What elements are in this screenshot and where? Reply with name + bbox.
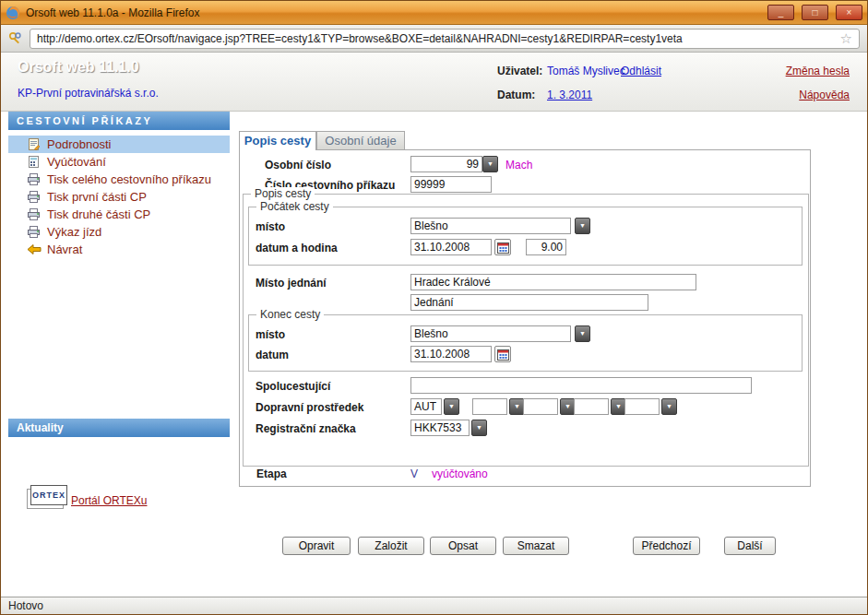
sidebar-item-label: Návrat <box>47 242 82 256</box>
tab-popis-cesty[interactable]: Popis cesty <box>239 131 316 150</box>
transport-extra-input[interactable] <box>624 398 660 415</box>
page-content: CESTOVNÍ PŘÍKAZY Podrobnosti Vyúčtování … <box>1 112 867 597</box>
status-bar: Hotovo <box>1 597 867 614</box>
end-place-dropdown[interactable]: ▼ <box>575 325 590 342</box>
window-titlebar: Orsoft web 11.1.0a - Mozilla Firefox _ □… <box>1 1 867 25</box>
personal-number-name: Mach <box>505 159 532 171</box>
plate-dropdown[interactable]: ▼ <box>471 420 487 436</box>
sidebar-item-label: Vyúčtování <box>47 155 106 169</box>
url-bar[interactable]: http://demo.ortex.cz/EOrsoft/navigace.js… <box>30 29 860 49</box>
sidebar-item-vyuctovani[interactable]: Vyúčtování <box>8 153 230 171</box>
stage-label: Etapa <box>256 467 287 480</box>
create-button[interactable]: Založit <box>358 537 424 555</box>
tab-osobni-udaje[interactable]: Osobní údaje <box>316 131 405 149</box>
sidebar-item-tisk-prvni[interactable]: Tisk první části CP <box>8 188 230 206</box>
end-place-label: místo <box>256 328 285 341</box>
printer-icon <box>27 225 42 239</box>
firefox-icon <box>6 6 20 20</box>
sidebar-item-vykaz-jizd[interactable]: Výkaz jízd <box>8 223 230 241</box>
companions-input[interactable] <box>410 377 752 394</box>
companions-label: Spolucestující <box>256 380 330 393</box>
status-text: Hotovo <box>8 599 43 612</box>
start-time-input[interactable] <box>526 239 566 255</box>
sidebar-item-label: Výkaz jízd <box>47 225 101 239</box>
close-button[interactable]: × <box>836 5 862 20</box>
stage-value: V <box>410 467 418 480</box>
window-title: Orsoft web 11.1.0a - Mozilla Firefox <box>26 6 760 19</box>
trip-start-fieldset: Počátek cesty <box>248 207 803 266</box>
end-date-label: datum <box>256 349 289 361</box>
start-place-label: místo <box>256 220 285 233</box>
transport-extra-input[interactable] <box>574 398 609 415</box>
copy-button[interactable]: Opsat <box>430 537 496 555</box>
sidebar-item-label: Podrobnosti <box>47 137 111 151</box>
news-section-title: Aktuality <box>8 419 230 437</box>
plate-label: Registrační značka <box>256 422 356 435</box>
end-date-calendar-button[interactable] <box>494 346 511 362</box>
maximize-button[interactable]: □ <box>802 5 828 20</box>
date-label: Datum: <box>497 89 535 101</box>
printer-icon <box>27 172 42 186</box>
note-icon <box>27 137 42 151</box>
start-date-calendar-button[interactable] <box>494 239 511 255</box>
user-name: Tomáš Myslivec <box>547 65 625 77</box>
transport-input[interactable] <box>410 398 442 415</box>
sidebar-item-podrobnosti[interactable]: Podrobnosti <box>8 136 230 153</box>
start-place-dropdown[interactable]: ▼ <box>575 218 590 234</box>
meeting-purpose-input[interactable] <box>410 294 648 311</box>
help-link[interactable]: Nápověda <box>799 89 850 101</box>
transport-dropdown[interactable]: ▼ <box>444 398 459 415</box>
transport-label: Dopravní prostředek <box>256 401 363 414</box>
delete-button[interactable]: Smazat <box>503 537 569 555</box>
end-place-input[interactable] <box>410 325 571 342</box>
change-password-link[interactable]: Změna hesla <box>786 65 850 77</box>
trip-detail-panel: Osobní číslo ▼ Mach Číslo cestovního pří… <box>239 149 811 487</box>
date-link[interactable]: 1. 3.2011 <box>547 89 592 101</box>
edit-button[interactable]: Opravit <box>282 537 351 555</box>
sidebar-item-navrat[interactable]: Návrat <box>8 241 230 258</box>
sidebar-title: CESTOVNÍ PŘÍKAZY <box>8 112 230 130</box>
sidebar-item-label: Tisk celého cestovního příkazu <box>47 172 211 186</box>
personal-number-spinner[interactable]: ▼ <box>482 156 498 172</box>
sidebar-item-tisk-celeho[interactable]: Tisk celého cestovního příkazu <box>8 171 230 188</box>
end-date-input[interactable] <box>410 346 492 362</box>
start-date-input[interactable] <box>410 239 492 255</box>
sidebar-item-label: Tisk druhé části CP <box>47 207 150 221</box>
transport-extra-dropdown[interactable]: ▼ <box>661 398 677 415</box>
logout-link[interactable]: Odhlásit <box>621 65 661 77</box>
personal-number-label: Osobní číslo <box>265 159 331 171</box>
trip-start-legend: Počátek cesty <box>256 200 333 213</box>
stage-status: vyúčtováno <box>432 467 488 480</box>
browser-toolbar: http://demo.ortex.cz/EOrsoft/navigace.js… <box>1 25 867 53</box>
transport-extra-input[interactable] <box>523 398 558 415</box>
url-text: http://demo.ortex.cz/EOrsoft/navigace.js… <box>37 32 840 45</box>
browser-window: Orsoft web 11.1.0a - Mozilla Firefox _ □… <box>0 0 868 615</box>
trip-end-fieldset: Konec cesty <box>248 314 803 372</box>
previous-button[interactable]: Předchozí <box>633 537 700 555</box>
plate-input[interactable] <box>410 420 470 436</box>
user-label: Uživatel: <box>497 65 542 77</box>
order-number-input[interactable] <box>410 176 492 193</box>
sidebar-item-label: Tisk první části CP <box>47 190 147 204</box>
next-button[interactable]: Další <box>724 537 776 555</box>
start-datetime-label: datum a hodina <box>256 242 338 254</box>
site-favicon <box>8 31 23 46</box>
personal-number-input[interactable] <box>410 156 482 172</box>
ortex-logo: ORTEX <box>30 485 67 505</box>
printer-icon <box>27 207 42 221</box>
start-place-input[interactable] <box>410 218 571 234</box>
minimize-button[interactable]: _ <box>767 5 794 20</box>
portal-ortex-link[interactable]: Portál ORTEXu <box>71 494 147 507</box>
sidebar-item-tisk-druhe[interactable]: Tisk druhé části CP <box>8 206 230 223</box>
printer-icon <box>27 190 42 204</box>
calc-icon <box>27 155 42 169</box>
company-name: KP-První potravinářská s.r.o. <box>18 87 159 100</box>
transport-extra-input[interactable] <box>472 398 507 415</box>
bookmark-star-icon[interactable]: ☆ <box>840 31 852 45</box>
arrow-left-icon <box>27 242 42 256</box>
trip-fieldset-legend: Popis cesty <box>251 187 315 200</box>
app-title: Orsoft web 11.1.0 <box>18 59 139 76</box>
app-header: Orsoft web 11.1.0 KP-První potravinářská… <box>1 53 867 112</box>
meeting-place-input[interactable] <box>410 274 696 290</box>
trip-end-legend: Konec cesty <box>256 308 324 321</box>
